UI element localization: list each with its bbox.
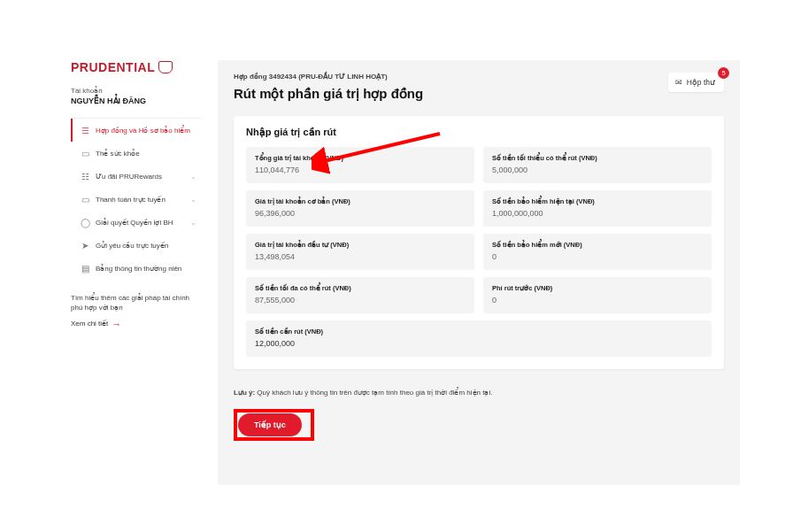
field-value: 87,555,000 bbox=[255, 296, 466, 305]
chevron-down-icon: ⌄ bbox=[190, 219, 196, 227]
document-icon: ☰ bbox=[80, 125, 90, 135]
brand-logo: PRUDENTIAL bbox=[71, 60, 202, 74]
help-link[interactable]: Xem chi tiết → bbox=[71, 319, 202, 329]
field-label: Phí rút trước (VNĐ) bbox=[492, 284, 703, 292]
mailbox-button[interactable]: ✉ Hộp thư 5 bbox=[668, 73, 724, 92]
page-title: Rút một phần giá trị hợp đồng bbox=[234, 86, 724, 102]
field-label: Số tiền cần rút (VNĐ) bbox=[255, 328, 703, 335]
send-icon: ➤ bbox=[80, 240, 90, 251]
breadcrumb: Hợp đồng 3492434 (PRU-ĐẦU TƯ LINH HOẠT) bbox=[234, 73, 724, 81]
section-title: Nhập giá trị cần rút bbox=[246, 127, 712, 138]
main-panel: Hợp đồng 3492434 (PRU-ĐẦU TƯ LINH HOẠT) … bbox=[218, 60, 740, 485]
sidebar-item-contracts[interactable]: ☰ Hợp đồng và Hồ sơ bảo hiểm bbox=[71, 119, 202, 142]
help-link-label: Xem chi tiết bbox=[71, 320, 108, 328]
sidebar-item-label: Ưu đãi PRURewards bbox=[96, 173, 162, 181]
field-label: Số tiền tối đa có thể rút (VNĐ) bbox=[255, 284, 466, 292]
id-card-icon: ▭ bbox=[80, 148, 90, 158]
help-text: Tìm hiểu thêm các giải pháp tài chính ph… bbox=[71, 290, 202, 313]
field-value: 5,000,000 bbox=[492, 166, 703, 174]
field-label: Tổng giá trị tài khoản (VNĐ) bbox=[255, 154, 466, 162]
field-new-insured: Số tiền bảo hiểm mới (VNĐ) 0 bbox=[483, 234, 712, 270]
sidebar: PRUDENTIAL Tài khoản NGUYỄN HẢI ĐĂNG ☰ H… bbox=[71, 60, 202, 329]
account-block: Tài khoản NGUYỄN HẢI ĐĂNG bbox=[71, 87, 202, 105]
field-min-withdraw: Số tiền tối thiểu có thể rút (VNĐ) 5,000… bbox=[483, 147, 712, 183]
field-withdraw-amount[interactable]: Số tiền cần rút (VNĐ) 12,000,000 bbox=[246, 320, 712, 357]
arrow-right-icon: → bbox=[112, 319, 121, 329]
sidebar-item-annual-info[interactable]: ▤ Bảng thông tin thường niên bbox=[71, 257, 202, 280]
note-body: Quý khách lưu ý thông tin trên được tạm … bbox=[255, 389, 492, 397]
annotation-highlight-box: Tiếp tục bbox=[234, 409, 314, 441]
field-label: Giá trị tài khoản cơ bản (VNĐ) bbox=[255, 197, 466, 205]
card-icon: ▭ bbox=[80, 194, 90, 204]
withdraw-card: Nhập giá trị cần rút Tổng giá trị tài kh… bbox=[234, 116, 724, 369]
field-label: Số tiền tối thiểu có thể rút (VNĐ) bbox=[492, 154, 703, 162]
field-invest-account: Giá trị tài khoản đầu tư (VNĐ) 13,498,05… bbox=[246, 234, 474, 270]
sidebar-item-label: Bảng thông tin thường niên bbox=[96, 265, 181, 273]
sidebar-item-online-request[interactable]: ➤ Gửi yêu cầu trực tuyến bbox=[71, 234, 202, 257]
sidebar-item-rewards[interactable]: ☷ Ưu đãi PRURewards ⌄ bbox=[71, 165, 202, 188]
field-value: 96,396,000 bbox=[255, 209, 466, 218]
field-label: Giá trị tài khoản đầu tư (VNĐ) bbox=[255, 241, 466, 249]
field-withdraw-fee: Phí rút trước (VNĐ) 0 bbox=[483, 277, 712, 313]
continue-button[interactable]: Tiếp tục bbox=[238, 413, 302, 436]
note-text: Lưu ý: Quý khách lưu ý thông tin trên đư… bbox=[234, 389, 724, 397]
note-prefix: Lưu ý: bbox=[234, 389, 255, 397]
chevron-down-icon: ⌄ bbox=[190, 173, 196, 181]
sidebar-item-health-card[interactable]: ▭ Thẻ sức khỏe bbox=[71, 142, 202, 165]
table-icon: ▤ bbox=[80, 263, 90, 274]
sidebar-item-label: Thẻ sức khỏe bbox=[96, 150, 140, 158]
mailbox-label: Hộp thư bbox=[687, 78, 715, 87]
brand-text: PRUDENTIAL bbox=[71, 60, 155, 74]
field-value: 0 bbox=[492, 252, 703, 261]
field-value: 1,000,000,000 bbox=[492, 209, 703, 218]
field-max-withdraw: Số tiền tối đa có thể rút (VNĐ) 87,555,0… bbox=[246, 277, 474, 313]
account-label: Tài khoản bbox=[71, 87, 202, 95]
field-basic-account: Giá trị tài khoản cơ bản (VNĐ) 96,396,00… bbox=[246, 190, 474, 227]
field-value: 110,044,776 bbox=[255, 166, 466, 174]
gift-icon: ☷ bbox=[80, 171, 90, 181]
fields-grid: Tổng giá trị tài khoản (VNĐ) 110,044,776… bbox=[246, 147, 712, 357]
account-name: NGUYỄN HẢI ĐĂNG bbox=[71, 96, 202, 105]
field-total-account: Tổng giá trị tài khoản (VNĐ) 110,044,776 bbox=[246, 147, 474, 183]
field-label: Số tiền bảo hiểm hiện tại (VNĐ) bbox=[492, 197, 703, 205]
withdraw-amount-value: 12,000,000 bbox=[255, 339, 703, 348]
sidebar-item-label: Thanh toán trực tuyến bbox=[96, 196, 166, 204]
field-value: 13,498,054 bbox=[255, 252, 466, 261]
field-label: Số tiền bảo hiểm mới (VNĐ) bbox=[492, 241, 703, 249]
sidebar-nav: ☰ Hợp đồng và Hồ sơ bảo hiểm ▭ Thẻ sức k… bbox=[71, 118, 202, 280]
field-current-insured: Số tiền bảo hiểm hiện tại (VNĐ) 1,000,00… bbox=[483, 190, 712, 227]
mail-icon: ✉ bbox=[675, 78, 682, 87]
mail-badge: 5 bbox=[718, 67, 729, 79]
sidebar-item-online-payment[interactable]: ▭ Thanh toán trực tuyến ⌄ bbox=[71, 188, 202, 211]
shield-icon: ◯ bbox=[80, 217, 90, 227]
sidebar-item-label: Hợp đồng và Hồ sơ bảo hiểm bbox=[96, 127, 190, 135]
sidebar-item-claims[interactable]: ◯ Giải quyết Quyền lợi BH ⌄ bbox=[71, 211, 202, 234]
field-value: 0 bbox=[492, 296, 703, 305]
brand-face-icon bbox=[158, 61, 173, 73]
chevron-down-icon: ⌄ bbox=[190, 196, 196, 204]
sidebar-item-label: Giải quyết Quyền lợi BH bbox=[96, 219, 173, 227]
sidebar-item-label: Gửi yêu cầu trực tuyến bbox=[96, 242, 168, 250]
